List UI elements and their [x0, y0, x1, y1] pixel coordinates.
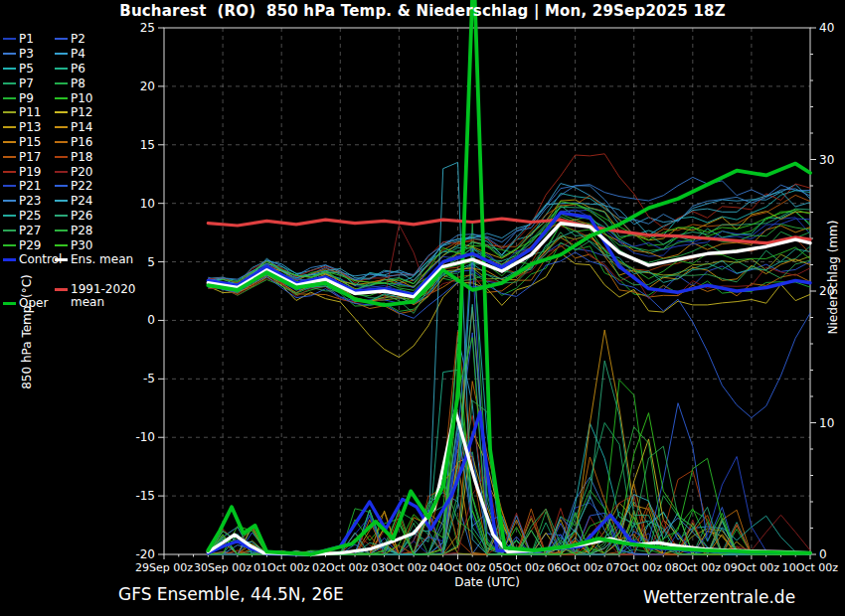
- member-p17-precip-line: [208, 332, 810, 554]
- legend-item-p3: P3: [3, 47, 34, 62]
- legend-item-control: Control: [3, 252, 62, 267]
- legend-label: P25: [19, 209, 42, 223]
- legend-swatch: [3, 82, 16, 84]
- legend-label: 1991-2020mean: [71, 283, 135, 309]
- x-axis-tick-label: 10Oct 00z: [782, 561, 839, 574]
- legend-swatch: [55, 185, 68, 187]
- legend-swatch: [55, 82, 68, 84]
- legend-label: P26: [71, 209, 93, 223]
- model-info-text: GFS Ensemble, 44.5N, 26E: [118, 584, 344, 604]
- legend-item-p29: P29: [3, 237, 42, 252]
- y-axis-label-precip: Niederschlag (mm): [826, 213, 840, 342]
- x-axis-tick-label: 30Sep 00z: [194, 561, 252, 574]
- legend-label: P27: [19, 224, 42, 237]
- legend-swatch: [55, 244, 68, 246]
- legend-swatch: [3, 97, 16, 99]
- legend-swatch: [55, 156, 68, 158]
- legend-item-p8: P8: [55, 76, 85, 90]
- legend-label: P22: [71, 179, 93, 193]
- legend-label: P30: [71, 238, 93, 252]
- legend-swatch: [55, 97, 68, 99]
- member-p30-precip-line: [208, 376, 810, 554]
- right-axis-tick-label: 10: [819, 416, 834, 430]
- x-axis-tick-label: 04Oct 00z: [429, 561, 486, 574]
- legend-item-p30: P30: [55, 237, 93, 252]
- legend-swatch: [3, 185, 16, 187]
- legend-swatch: [3, 258, 16, 261]
- legend-swatch: [3, 156, 16, 158]
- member-p2-precip-line: [208, 333, 810, 554]
- member-p4-precip-line: [208, 336, 810, 555]
- legend-label: P18: [71, 150, 93, 164]
- legend-swatch: [55, 171, 68, 173]
- x-axis-tick-label: 09Oct 00z: [724, 561, 780, 574]
- legend-item-p5: P5: [3, 62, 34, 77]
- legend-item-p19: P19: [3, 164, 42, 179]
- legend-swatch: [55, 215, 68, 217]
- legend-swatch: [3, 171, 16, 173]
- legend-swatch: [3, 53, 16, 55]
- legend-swatch: [3, 215, 16, 217]
- x-axis-tick-label: 03Oct 00z: [371, 561, 427, 574]
- right-axis-tick-label: 40: [819, 21, 834, 35]
- legend-swatch: [3, 126, 16, 128]
- legend-item-p20: P20: [55, 164, 93, 179]
- legend-item-p13: P13: [3, 120, 42, 135]
- legend-label: P1: [19, 32, 34, 46]
- legend-swatch: [3, 230, 16, 231]
- legend-item-p16: P16: [55, 135, 93, 150]
- left-axis-tick-label: 5: [147, 255, 155, 269]
- legend-label: P20: [71, 165, 93, 179]
- legend-swatch: [55, 200, 68, 202]
- left-axis-tick-label: -10: [135, 430, 155, 444]
- legend-label: P15: [19, 135, 42, 149]
- legend-item-p15: P15: [3, 135, 42, 150]
- left-axis-tick-label: -5: [143, 372, 155, 385]
- left-axis-tick-label: 0: [147, 313, 155, 327]
- x-axis-tick-label: 29Sep 00z: [135, 561, 193, 574]
- legend-swatch: [3, 68, 16, 70]
- legend-label: P9: [19, 91, 34, 105]
- legend-label: P29: [19, 238, 42, 252]
- member-p29-precip-line: [208, 338, 810, 554]
- legend-swatch: [3, 141, 16, 143]
- legend-swatch: [55, 111, 68, 113]
- legend-item-p7: P7: [3, 76, 34, 90]
- legend-item-p9: P9: [3, 90, 34, 105]
- legend-label: P16: [71, 135, 93, 149]
- legend-label: P17: [19, 150, 42, 164]
- legend-item-p4: P4: [55, 47, 85, 62]
- legend-label: P3: [19, 47, 34, 61]
- legend-swatch: [55, 258, 68, 261]
- legend-label: P7: [19, 77, 34, 90]
- x-axis-label: Date (UTC): [388, 575, 587, 589]
- legend-label: P12: [71, 105, 93, 119]
- legend-item-p12: P12: [55, 105, 93, 120]
- legend-swatch: [55, 230, 68, 231]
- legend-swatch: [55, 53, 68, 55]
- legend-item-p14: P14: [55, 120, 93, 135]
- legend-label: P19: [19, 165, 42, 179]
- legend-label: P10: [71, 91, 93, 105]
- legend-item-p24: P24: [55, 194, 93, 209]
- legend-label: P6: [71, 62, 85, 76]
- legend-swatch: [55, 288, 68, 291]
- legend-item-p10: P10: [55, 90, 93, 105]
- legend-label: P8: [71, 77, 85, 90]
- legend-item-p11: P11: [3, 105, 42, 120]
- legend-item-p27: P27: [3, 223, 42, 237]
- left-axis-tick-label: -15: [135, 489, 155, 503]
- legend-label: P14: [71, 120, 93, 134]
- legend-item-p22: P22: [55, 179, 93, 194]
- legend-label: P11: [19, 105, 42, 119]
- legend-item-p6: P6: [55, 62, 85, 77]
- x-axis-tick-label: 06Oct 00z: [547, 561, 603, 574]
- legend-label: P4: [71, 47, 85, 61]
- legend-swatch: [55, 68, 68, 70]
- legend-label: P2: [71, 32, 85, 46]
- legend-item-p25: P25: [3, 209, 42, 224]
- legend-item-p21: P21: [3, 179, 42, 194]
- legend-label: Ens. mean: [71, 252, 133, 266]
- legend-label: P24: [71, 194, 93, 208]
- legend-item-p2: P2: [55, 32, 85, 47]
